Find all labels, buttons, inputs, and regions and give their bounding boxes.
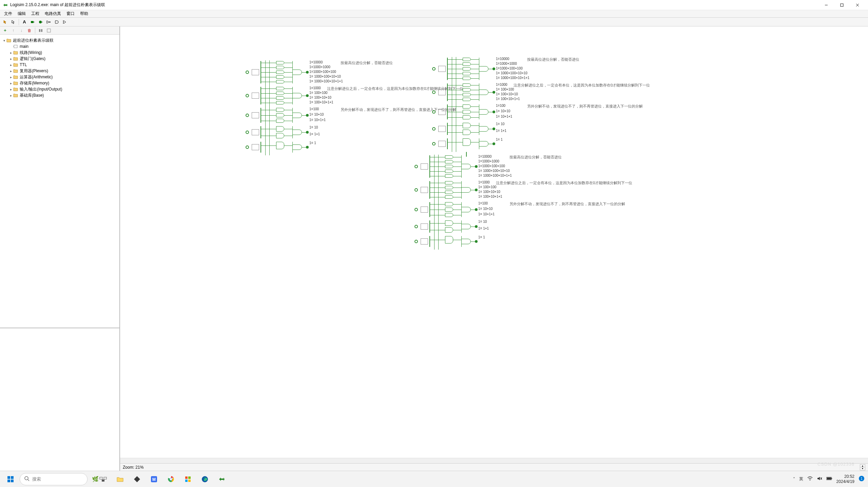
- menu-help[interactable]: 帮助: [77, 10, 91, 17]
- output-pin[interactable]: [493, 91, 495, 94]
- and-gate[interactable]: [463, 123, 471, 128]
- and-gate[interactable]: [445, 227, 453, 233]
- splitter[interactable]: [252, 93, 259, 99]
- app-icon-2[interactable]: M: [147, 472, 161, 486]
- wifi-icon[interactable]: [807, 476, 813, 482]
- and-gate[interactable]: [445, 213, 453, 217]
- tree-folder[interactable]: ▸逻辑门(Gates): [1, 56, 118, 62]
- and-gate[interactable]: [463, 115, 471, 119]
- tree-expand-icon[interactable]: ▸: [9, 94, 13, 97]
- and-gate[interactable]: [463, 67, 471, 71]
- output-pin[interactable]: [475, 225, 478, 228]
- tree-folder[interactable]: ▸TTL: [1, 62, 118, 68]
- and-gate[interactable]: [276, 119, 284, 123]
- logisim-taskbar-icon[interactable]: [215, 472, 229, 486]
- and-gate[interactable]: [276, 87, 284, 90]
- chrome-icon[interactable]: [164, 472, 178, 486]
- tree-root[interactable]: ▾ 超前进位朴素表示级联: [1, 37, 118, 43]
- and-gate[interactable]: [445, 160, 453, 163]
- menu-file[interactable]: 文件: [1, 10, 15, 17]
- and-gate[interactable]: [445, 208, 453, 212]
- or-gate[interactable]: [479, 90, 488, 95]
- output-pin[interactable]: [493, 128, 495, 130]
- and-gate[interactable]: [276, 101, 284, 104]
- and-gate[interactable]: [445, 174, 453, 178]
- search-input[interactable]: [32, 476, 89, 482]
- ime-indicator[interactable]: 英: [799, 476, 803, 482]
- splitter[interactable]: [252, 69, 259, 75]
- text-tool-icon[interactable]: A: [21, 18, 28, 26]
- tree-main-circuit[interactable]: main: [1, 43, 118, 50]
- or-gate[interactable]: [479, 126, 488, 132]
- and-gate[interactable]: [276, 108, 284, 112]
- app-icon-3[interactable]: [181, 472, 195, 486]
- menu-edit[interactable]: 编辑: [15, 10, 28, 17]
- output-pin[interactable]: [493, 142, 495, 145]
- and-gate[interactable]: [445, 186, 453, 189]
- not-gate-icon[interactable]: [45, 18, 53, 26]
- input-pin[interactable]: [246, 145, 249, 149]
- or-gate[interactable]: [461, 164, 471, 169]
- and-gate[interactable]: [445, 195, 453, 199]
- add-circuit-icon[interactable]: ＋: [1, 27, 9, 34]
- tree-expand-icon[interactable]: ▸: [9, 57, 13, 61]
- tray-chevron-icon[interactable]: ˄: [793, 477, 795, 482]
- start-button[interactable]: [3, 472, 18, 486]
- or-gate[interactable]: [461, 207, 471, 212]
- input-pin[interactable]: [414, 188, 418, 192]
- taskbar-search[interactable]: 🌿: [20, 473, 88, 485]
- output-pin[interactable]: [475, 240, 478, 243]
- or-gate[interactable]: [461, 224, 471, 229]
- and-gate[interactable]: [445, 155, 453, 159]
- or-gate[interactable]: [292, 144, 302, 150]
- volume-icon[interactable]: [817, 476, 822, 482]
- tray-clock[interactable]: 20:52 2024/4/19: [836, 474, 854, 484]
- input-pin[interactable]: [432, 110, 436, 114]
- circuit-canvas[interactable]: 1=10000按最高位进位分解，否能否进位1=1000+10001=1000+1…: [120, 26, 868, 458]
- input-pin[interactable]: [414, 240, 418, 243]
- move-down-icon[interactable]: ↓: [18, 27, 25, 34]
- splitter[interactable]: [438, 89, 446, 95]
- and-gate[interactable]: [276, 96, 284, 100]
- and-gate[interactable]: [276, 142, 284, 149]
- splitter[interactable]: [252, 129, 259, 135]
- tree-folder[interactable]: ▸基础库(Base): [1, 92, 118, 98]
- maximize-button[interactable]: [834, 0, 850, 10]
- input-pin[interactable]: [246, 131, 249, 134]
- splitter[interactable]: [438, 109, 446, 115]
- select-tool-icon[interactable]: [9, 18, 17, 26]
- and-gate[interactable]: [463, 83, 471, 87]
- input-pin[interactable]: [414, 225, 418, 228]
- menu-window[interactable]: 窗口: [64, 10, 77, 17]
- splitter[interactable]: [252, 144, 259, 150]
- input-pin[interactable]: [432, 127, 436, 131]
- tree-expand-icon[interactable]: ▸: [9, 51, 13, 55]
- and-gate[interactable]: [445, 220, 453, 226]
- or-gate[interactable]: [479, 109, 488, 115]
- sim-enable-icon[interactable]: [37, 27, 44, 34]
- output-pin[interactable]: [493, 67, 495, 70]
- output-pin[interactable]: [475, 165, 478, 168]
- input-pin[interactable]: [432, 91, 436, 94]
- and-gate[interactable]: [463, 58, 471, 61]
- and-gate[interactable]: [445, 236, 453, 244]
- output-pin[interactable]: [306, 94, 309, 97]
- and-gate-icon[interactable]: [53, 18, 61, 26]
- input-pin[interactable]: [432, 142, 436, 145]
- and-gate[interactable]: [445, 170, 453, 173]
- and-gate[interactable]: [463, 62, 471, 66]
- output-pin[interactable]: [306, 114, 309, 117]
- explorer-icon[interactable]: [113, 472, 127, 486]
- input-pin[interactable]: [432, 67, 436, 71]
- or-gate[interactable]: [479, 141, 488, 147]
- and-gate[interactable]: [276, 133, 284, 138]
- poke-tool-icon[interactable]: [1, 18, 9, 26]
- or-gate-icon[interactable]: [61, 18, 69, 26]
- zoom-down-icon[interactable]: ▼: [860, 467, 865, 470]
- and-gate[interactable]: [276, 75, 284, 79]
- input-pin[interactable]: [246, 114, 249, 117]
- zoom-up-icon[interactable]: ▲: [860, 465, 865, 468]
- and-gate[interactable]: [276, 113, 284, 117]
- input-pin-icon[interactable]: [29, 18, 36, 26]
- and-gate[interactable]: [463, 104, 471, 109]
